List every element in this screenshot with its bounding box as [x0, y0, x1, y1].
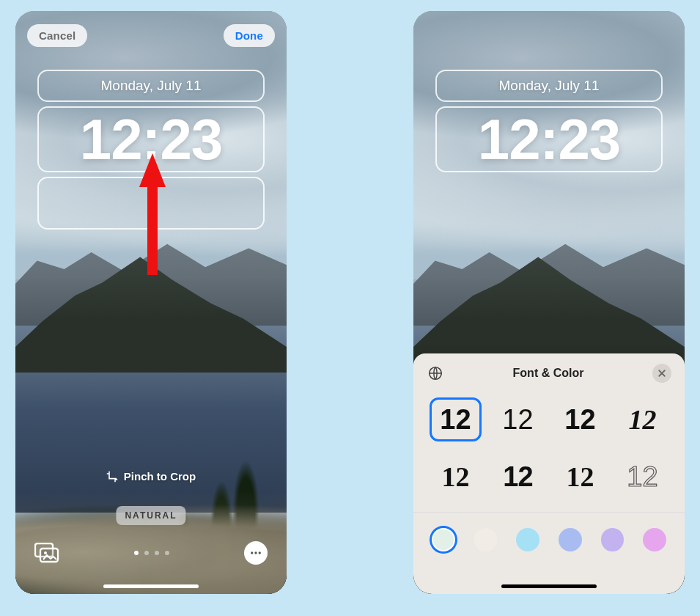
filter-chip[interactable]: NATURAL: [116, 506, 185, 525]
bottom-toolbar: [15, 541, 287, 565]
globe-icon: [427, 365, 443, 381]
color-swatch-2[interactable]: [472, 526, 500, 554]
font-option-1[interactable]: 12: [430, 397, 482, 441]
font-option-2[interactable]: 12: [492, 397, 544, 441]
date-text: Monday, July 11: [101, 78, 202, 94]
time-widget-frame[interactable]: 12:23: [37, 106, 265, 172]
time-text: 12:23: [478, 111, 621, 168]
svg-point-2: [44, 551, 47, 554]
wallpaper-pager[interactable]: [59, 551, 244, 555]
svg-point-5: [259, 551, 261, 554]
font-option-6[interactable]: 12: [492, 455, 544, 499]
pager-dot[interactable]: [134, 551, 139, 555]
sheet-title: Font & Color: [444, 367, 652, 380]
svg-point-3: [251, 551, 253, 554]
pager-dot[interactable]: [144, 551, 149, 555]
font-option-7[interactable]: 12: [554, 455, 606, 499]
color-row: [413, 512, 685, 554]
more-options-button[interactable]: [244, 541, 268, 565]
done-button[interactable]: Done: [224, 24, 275, 47]
pager-dot[interactable]: [165, 551, 169, 555]
font-option-3[interactable]: 12: [554, 397, 606, 441]
pinch-to-crop-hint: Pinch to Crop: [15, 470, 287, 483]
more-icon: [249, 546, 262, 560]
gallery-icon: [34, 543, 59, 563]
home-indicator[interactable]: [103, 584, 199, 588]
bottom-widget-frame[interactable]: [37, 177, 265, 230]
sheet-header: Font & Color: [413, 364, 685, 392]
font-color-sheet: Font & Color 12 12 12 12 12 12 12 12: [413, 353, 685, 594]
cancel-button[interactable]: Cancel: [27, 24, 87, 47]
color-swatch-4[interactable]: [556, 526, 584, 554]
svg-point-4: [254, 551, 257, 554]
date-widget-frame[interactable]: Monday, July 11: [37, 70, 265, 102]
date-text: Monday, July 11: [499, 78, 600, 94]
color-swatch-6[interactable]: [641, 526, 668, 554]
close-button[interactable]: [652, 364, 671, 383]
font-option-8[interactable]: 12: [616, 455, 668, 499]
font-option-5[interactable]: 12: [430, 455, 482, 499]
home-indicator[interactable]: [501, 584, 597, 588]
date-widget-frame[interactable]: Monday, July 11: [435, 70, 663, 102]
font-grid: 12 12 12 12 12 12 12 12: [413, 392, 685, 512]
svg-rect-1: [40, 549, 58, 562]
gallery-button[interactable]: [34, 543, 59, 563]
pager-dot[interactable]: [155, 551, 159, 555]
time-widget-frame[interactable]: 12:23: [435, 106, 663, 172]
crop-icon: [106, 471, 118, 483]
language-button[interactable]: [427, 364, 444, 382]
font-option-4[interactable]: 12: [616, 397, 668, 441]
color-swatch-1[interactable]: [430, 526, 457, 554]
time-text: 12:23: [80, 111, 223, 168]
phone-right-font-color-sheet: Monday, July 11 12:23 Font & Color 12 12…: [413, 11, 685, 594]
phone-left-lockscreen-editor: Cancel Done Monday, July 11 12:23 Pinch …: [15, 11, 287, 594]
close-icon: [657, 369, 666, 378]
color-swatch-5[interactable]: [599, 526, 627, 554]
editor-topbar: Cancel Done: [15, 24, 287, 47]
pinch-to-crop-label: Pinch to Crop: [124, 470, 196, 483]
color-swatch-3[interactable]: [514, 526, 542, 554]
